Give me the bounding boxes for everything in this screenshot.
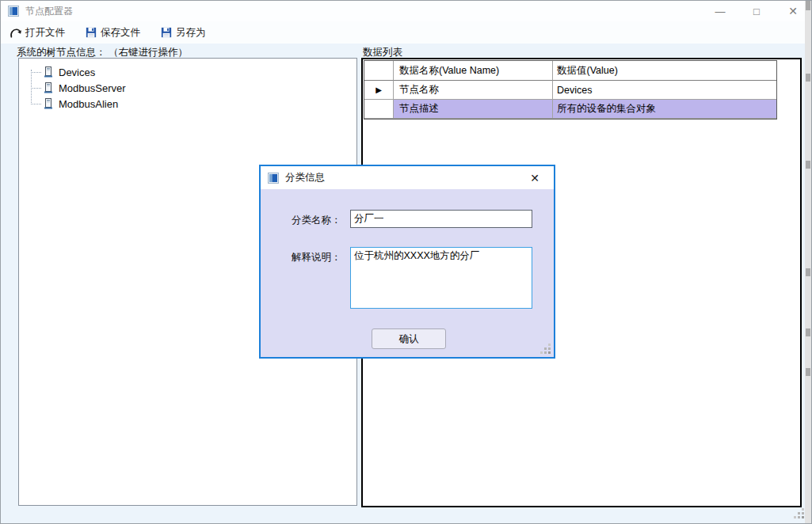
save-as-button[interactable]: 另存为 [159, 23, 208, 42]
device-icon [42, 66, 55, 78]
column-header-value-name[interactable]: 数据名称(Value Name) [394, 61, 553, 81]
row-header-cell[interactable]: ▶ [364, 81, 394, 100]
dialog-close-icon[interactable]: ✕ [524, 166, 546, 189]
open-file-label: 打开文件 [25, 26, 65, 40]
tree-item-modbusserver[interactable]: ModbusServer [19, 80, 356, 96]
open-arrow-icon [10, 27, 21, 39]
right-edge-scroll-strip [805, 1, 811, 524]
column-header-value[interactable]: 数据值(Value) [553, 61, 776, 81]
app-window: 节点配置器 — □ ✕ 打开文件 保存文件 [0, 0, 812, 524]
grid-body: ▶ 节点名称 Devices 节点描述 所有的设备的集合对象 [364, 81, 776, 119]
category-info-dialog: 分类信息 ✕ 分类名称： 解释说明： 位于杭州的XXXX地方的分厂 确认 [259, 165, 555, 359]
app-icon [8, 6, 19, 17]
grid-corner-cell [364, 61, 394, 81]
row-header-cell[interactable] [364, 100, 394, 119]
description-label: 解释说明： [292, 251, 341, 264]
table-row: 节点描述 所有的设备的集合对象 [364, 100, 776, 119]
window-title: 节点配置器 [25, 1, 73, 21]
toolbar: 打开文件 保存文件 另存为 [1, 21, 811, 44]
category-name-label: 分类名称： [292, 214, 341, 227]
open-file-button[interactable]: 打开文件 [8, 23, 67, 42]
tree-item-label: Devices [59, 66, 95, 78]
confirm-button[interactable]: 确认 [372, 328, 446, 349]
device-icon [42, 97, 55, 110]
dialog-app-icon [268, 173, 279, 184]
tree-item-label: ModbusServer [59, 82, 126, 94]
minimize-button[interactable]: — [702, 1, 738, 21]
current-row-marker-icon: ▶ [376, 85, 382, 94]
tree-item-devices[interactable]: Devices [19, 64, 356, 80]
save-file-button[interactable]: 保存文件 [84, 23, 142, 42]
cell-name[interactable]: 节点名称 [394, 81, 553, 100]
dialog-resize-grip[interactable] [548, 351, 551, 354]
title-bar: 节点配置器 — □ ✕ [1, 1, 811, 21]
save-as-label: 另存为 [176, 26, 206, 40]
save-file-label: 保存文件 [101, 26, 140, 40]
save-icon [161, 27, 172, 38]
maximize-button[interactable]: □ [738, 1, 775, 21]
tree-item-modbusalien[interactable]: ModbusAlien [19, 96, 356, 112]
tree-item-label: ModbusAlien [59, 98, 118, 110]
category-name-input[interactable] [350, 210, 532, 228]
device-icon [42, 82, 55, 94]
cell-name[interactable]: 节点描述 [394, 100, 553, 119]
data-grid: 数据名称(Value Name) 数据值(Value) ▶ 节点名称 Devic… [364, 60, 777, 120]
dialog-title-bar: 分类信息 ✕ [261, 166, 554, 189]
table-row: ▶ 节点名称 Devices [364, 81, 776, 100]
cell-value[interactable]: 所有的设备的集合对象 [553, 100, 776, 119]
dialog-title: 分类信息 [285, 171, 325, 184]
node-tree: Devices ModbusServer ModbusAlien [19, 59, 356, 112]
cell-value[interactable]: Devices [553, 81, 776, 100]
window-controls: — □ ✕ [702, 1, 811, 21]
window-resize-grip[interactable] [802, 516, 804, 518]
description-textarea[interactable]: 位于杭州的XXXX地方的分厂 [350, 247, 532, 309]
save-icon [86, 27, 97, 38]
grid-header-row: 数据名称(Value Name) 数据值(Value) [364, 61, 776, 81]
